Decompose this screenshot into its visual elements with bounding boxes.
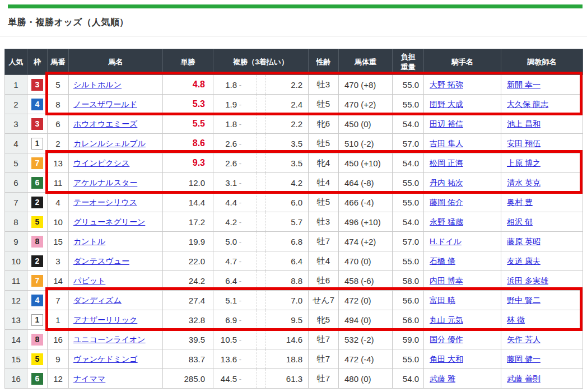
trainer-cell: 武藤 善則 [501, 369, 583, 389]
jockey-link[interactable]: 内田 博幸 [430, 276, 463, 285]
jockey-cell: 丹内 祐次 [424, 173, 501, 193]
sex-age-cell: 牡3 [309, 75, 339, 95]
trainer-link[interactable]: 野中 賢二 [507, 296, 541, 305]
horse-name-cell: ノースザワールド [69, 95, 163, 114]
jockey-link[interactable]: 国分 優作 [430, 335, 463, 344]
rank-cell: 1 [5, 75, 27, 95]
jockey-link[interactable]: 丹内 祐次 [430, 178, 463, 187]
trainer-link[interactable]: 新開 幸一 [507, 80, 541, 89]
frame-cell: 1 [27, 134, 48, 153]
carried-weight-cell: 55.0 [393, 349, 424, 369]
rank-cell: 5 [5, 153, 27, 173]
jockey-link[interactable]: 石橋 脩 [430, 256, 455, 265]
horse-name-link[interactable]: ナイママ [73, 374, 105, 383]
horse-name-link[interactable]: アナザーリリック [73, 315, 137, 324]
horse-name-cell: テーオーシリウス [69, 193, 163, 212]
frame-badge: 8 [31, 236, 43, 248]
frame-cell: 8 [27, 330, 48, 349]
trainer-link[interactable]: 安田 翔伍 [507, 139, 541, 148]
trainer-link[interactable]: 矢作 芳人 [507, 335, 541, 344]
place-odds-divider [257, 173, 265, 192]
trainer-link[interactable]: 清水 英克 [507, 178, 541, 187]
horse-name-link[interactable]: ホウオウエミーズ [73, 119, 137, 128]
rank-cell: 8 [5, 212, 27, 232]
jockey-cell: 藤岡 佑介 [424, 193, 501, 212]
place-odds-divider [257, 349, 265, 368]
trainer-link[interactable]: 浜田 多実雄 [507, 276, 548, 285]
jockey-link[interactable]: 大野 拓弥 [430, 80, 463, 89]
horse-number-cell: 13 [48, 153, 69, 173]
win-odds: 14.4 [189, 198, 205, 207]
place-odds-low: 1.8 [213, 119, 237, 129]
horse-name-link[interactable]: ダンテスヴュー [73, 256, 129, 265]
win-odds: 22.0 [189, 256, 205, 266]
frame-cell: 7 [27, 271, 48, 291]
place-odds-low: 2.6 [213, 139, 237, 148]
trainer-link[interactable]: 林 徹 [507, 315, 525, 324]
trainer-link[interactable]: 相沢 郁 [507, 217, 533, 226]
jockey-link[interactable]: 藤岡 佑介 [430, 198, 463, 207]
trainer-link[interactable]: 池上 昌和 [507, 119, 541, 128]
table-row: 13 1 1 アナザーリリック 32.8 6.9 - 9.5 牝5 494 (0… [5, 310, 583, 330]
horse-name-link[interactable]: パビット [73, 276, 105, 285]
jockey-cell: 松岡 正海 [424, 153, 501, 173]
horse-name-link[interactable]: カントル [73, 237, 105, 246]
trainer-link[interactable]: 藤原 英昭 [507, 237, 541, 246]
win-odds-cell: 12.0 [163, 173, 213, 193]
rank-cell: 11 [5, 271, 27, 291]
place-odds-dash: - [237, 375, 244, 383]
trainer-link[interactable]: 上原 博之 [507, 158, 541, 167]
jockey-link[interactable]: 武藤 雅 [430, 374, 455, 383]
horse-name-link[interactable]: ヴァンケドミンゴ [73, 354, 138, 363]
page-title: 単勝・複勝オッズ（人気順） [8, 17, 587, 29]
jockey-link[interactable]: 丸山 元気 [430, 315, 463, 324]
jockey-link[interactable]: 田辺 裕信 [430, 119, 463, 128]
horse-name-link[interactable]: シルトホルン [73, 80, 122, 89]
jockey-link[interactable]: 松岡 正海 [430, 158, 463, 167]
frame-badge: 2 [31, 255, 43, 267]
horse-name-link[interactable]: カレンルシェルブル [73, 139, 146, 148]
odds-table-body: 1 3 5 シルトホルン 4.8 1.8 - 2.2 牡3 470 (+8) 5… [5, 75, 583, 389]
horse-name-link[interactable]: アケルナルスター [73, 178, 137, 187]
place-odds-divider [257, 95, 265, 114]
title-divider [0, 36, 587, 36]
table-row: 9 8 15 カントル 19.9 5.0 - 6.8 牡7 474 (+2) 5… [5, 232, 583, 251]
place-odds-high: 18.8 [265, 354, 308, 364]
horse-name-cell: カントル [69, 232, 163, 251]
trainer-link[interactable]: 大久保 龍志 [507, 100, 548, 109]
jockey-link[interactable]: 角田 大和 [430, 354, 463, 363]
frame-badge: 5 [31, 216, 43, 228]
trainer-link[interactable]: 武藤 善則 [507, 374, 541, 383]
sex-age-cell: 牝4 [309, 153, 339, 173]
place-odds-divider [257, 251, 265, 270]
place-odds-dash: - [237, 120, 244, 128]
trainer-cell: 池上 昌和 [501, 114, 583, 134]
jockey-link[interactable]: 永野 猛蔵 [430, 217, 463, 226]
horse-name-link[interactable]: グリューネグリーン [73, 217, 145, 226]
table-row: 3 3 6 ホウオウエミーズ 5.5 1.8 - 2.2 牝6 450 (0) … [5, 114, 583, 134]
carried-weight-cell: 54.0 [393, 369, 424, 389]
trainer-link[interactable]: 奥村 豊 [507, 198, 533, 207]
place-odds-cell: 1.8 - 2.2 [213, 114, 309, 134]
horse-name-link[interactable]: ダンディズム [73, 296, 122, 305]
place-odds-dash: - [237, 100, 244, 109]
win-odds: 17.2 [189, 217, 205, 227]
jockey-link[interactable]: 富田 暁 [430, 296, 455, 305]
frame-cell: 3 [27, 114, 48, 134]
trainer-link[interactable]: 友道 康夫 [507, 256, 541, 265]
horse-name-link[interactable]: ユニコーンライオン [73, 335, 146, 344]
jockey-link[interactable]: 団野 大成 [430, 100, 463, 109]
trainer-link[interactable]: 藤岡 健一 [507, 354, 541, 363]
horse-name-link[interactable]: テーオーシリウス [73, 198, 137, 207]
horse-name-link[interactable]: ウインピクシス [73, 158, 129, 167]
place-odds-dash: - [237, 355, 244, 363]
jockey-link[interactable]: H.ドイル [430, 237, 462, 246]
horse-number-cell: 6 [48, 114, 69, 134]
weight-cell: 458 (-6) [339, 271, 393, 291]
win-odds: 12.0 [189, 178, 205, 188]
horse-name-link[interactable]: ノースザワールド [73, 100, 137, 109]
place-odds-cell: 2.6 - 3.5 [213, 134, 309, 153]
trainer-cell: 野中 賢二 [501, 291, 583, 310]
jockey-link[interactable]: 吉田 隼人 [430, 139, 463, 148]
jockey-cell: 永野 猛蔵 [424, 212, 501, 232]
